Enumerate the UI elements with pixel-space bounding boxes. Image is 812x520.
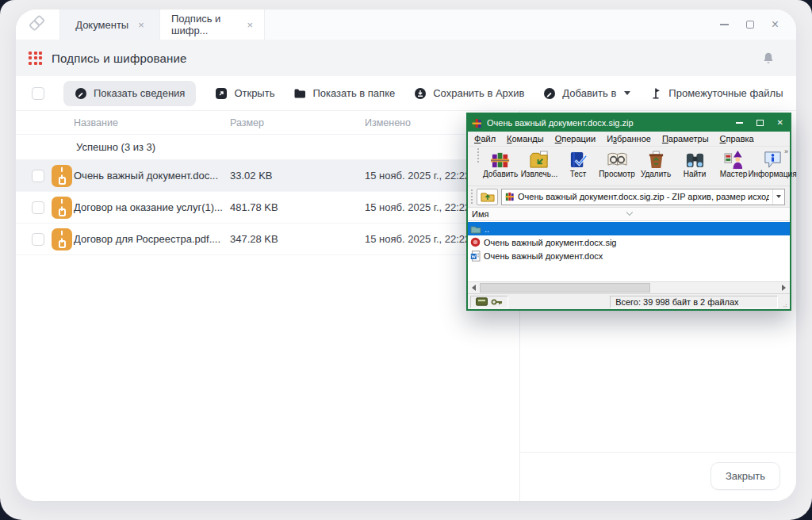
archive-path-text: Очень важный документ.docx.sig.zip - ZIP… xyxy=(518,192,769,201)
combobox-dropdown-icon[interactable] xyxy=(772,189,784,205)
details-badge-icon xyxy=(75,87,87,100)
row-checkbox[interactable] xyxy=(32,170,44,182)
winrar-toolbar: Добавить Извлечь... Тест Просмотр Удалит… xyxy=(468,147,790,186)
logo-link-icon xyxy=(28,15,48,34)
updir-folder-icon xyxy=(470,224,481,234)
tab-label: Подпись и шифр... xyxy=(171,13,237,36)
tab-label: Документы xyxy=(75,19,128,31)
column-name[interactable]: Название xyxy=(74,117,230,128)
menu-file[interactable]: Файл xyxy=(474,134,496,143)
menu-commands[interactable]: Команды xyxy=(507,134,544,143)
find-binoculars-icon xyxy=(684,150,706,170)
winrar-column-header[interactable]: Имя xyxy=(468,208,790,221)
list-item-sig-file[interactable]: Очень важный документ.docx.sig xyxy=(468,235,790,249)
open-icon xyxy=(215,87,228,100)
zip-file-icon xyxy=(52,197,72,219)
maximize-button[interactable] xyxy=(746,21,754,29)
extract-folder-icon xyxy=(529,150,550,170)
minimize-button[interactable] xyxy=(720,24,729,25)
page-title: Подпись и шифрование xyxy=(52,52,187,65)
add-books-icon xyxy=(490,150,511,170)
addressbar-drag-handle[interactable] xyxy=(471,189,473,204)
show-in-folder-button[interactable]: Показать в папке xyxy=(293,87,395,100)
add-to-button[interactable]: Добавить в xyxy=(543,87,630,100)
winrar-close-button[interactable]: ✕ xyxy=(777,119,783,127)
close-panel-button[interactable]: Закрыть xyxy=(710,462,780,490)
winrar-delete-button[interactable]: Удалить xyxy=(638,148,674,178)
sort-indicator-icon xyxy=(626,209,633,216)
tab-close-icon[interactable]: × xyxy=(247,20,253,30)
menu-operations[interactable]: Операции xyxy=(555,134,596,143)
save-to-archive-button[interactable]: Сохранить в Архив xyxy=(414,87,524,100)
tab-sign-encrypt[interactable]: Подпись и шифр... × xyxy=(160,10,265,40)
winrar-add-button[interactable]: Добавить xyxy=(482,148,519,178)
table-row[interactable]: Очень важный документ.doc... 33.02 KB 15… xyxy=(16,160,519,192)
toolbar-drag-handle[interactable] xyxy=(477,148,479,162)
horizontal-scrollbar[interactable] xyxy=(468,281,790,293)
winrar-controls: ✕ xyxy=(736,119,783,127)
chevron-down-icon xyxy=(624,91,630,95)
disk-icon xyxy=(476,297,488,306)
wizard-icon xyxy=(723,150,745,170)
winrar-books-icon xyxy=(472,118,482,128)
row-checkbox[interactable] xyxy=(32,233,44,246)
notifications-bell-icon[interactable] xyxy=(761,51,776,66)
tab-documents[interactable]: Документы × xyxy=(60,10,160,40)
add-to-icon xyxy=(543,87,556,100)
column-size[interactable]: Размер xyxy=(230,117,365,128)
intermediate-files-icon xyxy=(649,87,662,100)
intermediate-files-button[interactable]: Промежуточные файлы xyxy=(649,87,783,100)
status-total: Всего: 39 998 байт в 2 файлах xyxy=(610,296,778,308)
winrar-titlebar[interactable]: Очень важный документ.docx.sig.zip ✕ xyxy=(468,114,790,132)
zip-file-icon xyxy=(52,165,72,187)
select-all-checkbox[interactable] xyxy=(32,87,44,100)
winrar-maximize-button[interactable] xyxy=(756,120,764,126)
winrar-statusbar: Всего: 39 998 байт в 2 файлах ⠴ xyxy=(468,293,790,309)
column-name-label[interactable]: Имя xyxy=(472,209,488,219)
winrar-minimize-button[interactable] xyxy=(736,122,743,124)
winrar-find-button[interactable]: Найти xyxy=(676,148,713,178)
key-icon xyxy=(491,298,503,306)
winrar-wizard-button[interactable]: Мастер xyxy=(715,148,752,178)
row-checkbox[interactable] xyxy=(32,201,44,214)
toolbar-overflow-icon[interactable]: » xyxy=(784,147,788,155)
winrar-view-button[interactable]: Просмотр xyxy=(599,148,635,178)
page-header: Подпись и шифрование xyxy=(16,40,796,76)
menu-favorites[interactable]: Избранное xyxy=(607,134,651,143)
winrar-books-icon xyxy=(505,192,515,201)
docx-file-icon xyxy=(470,250,481,262)
apps-grid-icon[interactable] xyxy=(29,52,42,65)
open-button[interactable]: Открыть xyxy=(215,87,274,100)
action-toolbar: Показать сведения Открыть Показать в пап… xyxy=(16,76,796,111)
scroll-right-arrow-icon[interactable] xyxy=(778,282,790,293)
winrar-test-button[interactable]: Тест xyxy=(560,148,596,178)
winrar-extract-button[interactable]: Извлечь... xyxy=(521,148,557,178)
archive-path-combobox[interactable]: Очень важный документ.docx.sig.zip - ZIP… xyxy=(501,189,785,205)
resize-grip[interactable]: ⠴ xyxy=(783,303,787,309)
folder-up-icon xyxy=(481,191,495,202)
menu-options[interactable]: Параметры xyxy=(662,134,709,143)
list-item-updir[interactable]: .. xyxy=(468,222,790,235)
info-bubble-icon xyxy=(762,150,783,170)
status-icons-cell xyxy=(470,296,508,308)
delete-bin-icon xyxy=(647,150,665,170)
menu-help[interactable]: Справка xyxy=(720,134,754,143)
scroll-left-arrow-icon[interactable] xyxy=(468,282,480,293)
table-row[interactable]: Договор на оказание услуг(1)... 481.78 K… xyxy=(16,192,519,224)
file-list: Название Размер Изменено Успешно (3 из 3… xyxy=(16,111,519,501)
table-row[interactable]: Договор для Росреестра.pdf.... 347.28 KB… xyxy=(16,224,519,255)
list-item-docx-file[interactable]: Очень важный документ.docx xyxy=(468,249,790,262)
winrar-title: Очень важный документ.docx.sig.zip xyxy=(487,118,634,128)
app-logo[interactable] xyxy=(16,10,60,40)
winrar-file-list: .. Очень важный документ.docx.sig Очень … xyxy=(468,221,790,281)
group-row: Успешно (3 из 3) xyxy=(16,135,519,160)
test-book-icon xyxy=(569,150,588,170)
show-details-button[interactable]: Показать сведения xyxy=(63,81,196,106)
close-window-button[interactable]: × xyxy=(772,18,779,31)
zip-file-icon xyxy=(52,228,72,250)
scrollbar-thumb[interactable] xyxy=(480,283,650,292)
up-directory-button[interactable] xyxy=(477,189,498,205)
save-archive-icon xyxy=(414,87,427,100)
tab-close-icon[interactable]: × xyxy=(138,20,144,30)
winrar-window: Очень важный документ.docx.sig.zip ✕ Фай… xyxy=(466,113,791,311)
